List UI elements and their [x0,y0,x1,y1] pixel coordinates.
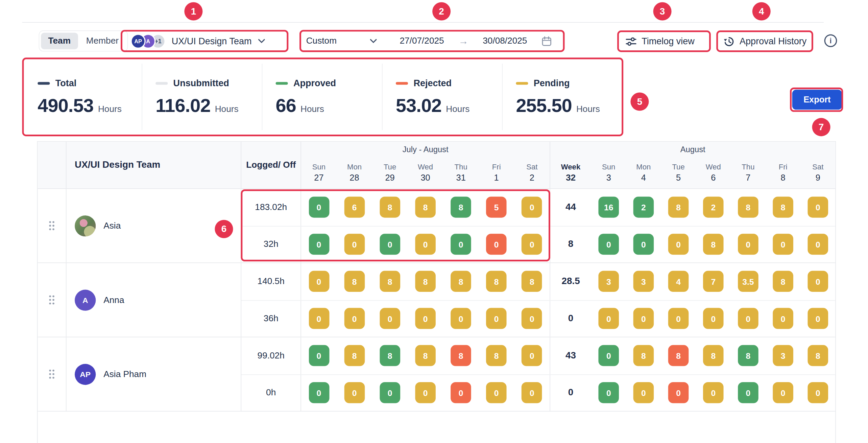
timesheet-cell-approved[interactable]: 0 [309,345,329,366]
timesheet-cell-pending[interactable]: 8 [738,197,758,218]
timesheet-cell-pending[interactable]: 3.5 [738,271,758,292]
date-to-input[interactable]: 30/08/2025 [483,36,527,46]
timesheet-cell-pending[interactable]: 8 [344,271,365,292]
timesheet-cell-pending[interactable]: 8 [415,271,436,292]
timesheet-cell-pending[interactable]: 8 [415,197,436,218]
drag-handle-icon[interactable] [49,295,55,305]
timesheet-cell-approved[interactable]: 0 [380,234,400,255]
timesheet-cell-approved[interactable]: 0 [598,234,619,255]
timesheet-cell-pending[interactable]: 0 [522,382,542,403]
timesheet-cell-pending[interactable]: 0 [598,308,619,329]
date-from-input[interactable]: 27/07/2025 [400,36,444,46]
timesheet-cell-pending[interactable]: 0 [807,197,828,218]
timesheet-cell-approved[interactable]: 0 [738,382,758,403]
cell-slot: 8 [372,189,408,226]
timesheet-cell-pending[interactable]: 0 [522,197,542,218]
timelog-view-button[interactable]: Timelog view [626,32,695,50]
timesheet-cell-pending[interactable]: 6 [344,197,365,218]
timesheet-cell-pending[interactable]: 0 [738,234,758,255]
timesheet-cell-pending[interactable]: 8 [773,197,793,218]
timesheet-cell-pending[interactable]: 0 [738,308,758,329]
timesheet-cell-pending[interactable]: 0 [451,308,471,329]
timesheet-cell-pending[interactable]: 8 [668,197,689,218]
timesheet-cell-pending[interactable]: 8 [380,271,400,292]
timesheet-cell-pending[interactable]: 8 [486,271,507,292]
timesheet-cell-pending[interactable]: 0 [773,234,793,255]
timesheet-cell-approved[interactable]: 0 [451,234,471,255]
timesheet-cell-pending[interactable]: 0 [668,308,689,329]
timesheet-cell-approved[interactable]: 0 [309,382,329,403]
timesheet-cell-pending[interactable]: 8 [703,234,724,255]
info-icon[interactable]: i [824,34,837,47]
timesheet-cell-pending[interactable]: 3 [598,271,619,292]
timesheet-cell-pending[interactable]: 0 [344,382,365,403]
timesheet-cell-pending[interactable]: 8 [344,345,365,366]
timesheet-cell-pending[interactable]: 0 [668,234,689,255]
tab-team[interactable]: Team [41,33,78,49]
timesheet-cell-pending[interactable]: 3 [773,345,793,366]
timesheet-cell-pending[interactable]: 0 [309,308,329,329]
timesheet-cell-pending[interactable]: 0 [807,308,828,329]
timesheet-cell-approved[interactable]: 8 [451,197,471,218]
timesheet-cell-rejected[interactable]: 0 [668,382,689,403]
timesheet-cell-rejected[interactable]: 8 [668,345,689,366]
drag-handle-icon[interactable] [49,369,55,379]
timesheet-cell-pending[interactable]: 0 [380,308,400,329]
timesheet-cell-pending[interactable]: 3 [633,271,654,292]
timesheet-cell-pending[interactable]: 0 [522,308,542,329]
timesheet-cell-pending[interactable]: 8 [633,345,654,366]
timesheet-cell-pending[interactable]: 7 [703,271,724,292]
timesheet-cell-pending[interactable]: 0 [522,345,542,366]
timesheet-cell-approved[interactable]: 0 [598,382,619,403]
timesheet-cell-pending[interactable]: 8 [522,271,542,292]
timesheet-cell-pending[interactable]: 0 [415,308,436,329]
timesheet-cell-pending[interactable]: 0 [486,382,507,403]
annotation-badge-1: 1 [184,2,202,21]
export-button[interactable]: Export [792,90,842,110]
timesheet-cell-rejected[interactable]: 8 [451,345,471,366]
timesheet-cell-rejected[interactable]: 0 [486,234,507,255]
timesheet-cell-pending[interactable]: 8 [773,271,793,292]
approval-history-button[interactable]: Approval History [724,32,807,50]
drag-handle-icon[interactable] [49,221,55,230]
timesheet-cell-approved[interactable]: 0 [598,345,619,366]
timesheet-cell-rejected[interactable]: 5 [486,197,507,218]
timesheet-cell-approved[interactable]: 0 [633,234,654,255]
timesheet-cell-approved[interactable]: 2 [633,197,654,218]
timesheet-cell-approved[interactable]: 0 [380,382,400,403]
timesheet-cell-approved[interactable]: 0 [309,197,329,218]
timesheet-cell-pending[interactable]: 2 [703,197,724,218]
timesheet-cell-pending[interactable]: 0 [522,234,542,255]
timesheet-cell-approved[interactable]: 0 [309,234,329,255]
timesheet-cell-pending[interactable]: 8 [486,345,507,366]
team-selector-dropdown[interactable]: AP A +1 UX/UI Design Team [131,31,265,50]
timesheet-cell-pending[interactable]: 0 [807,271,828,292]
timesheet-cell-pending[interactable]: 0 [773,308,793,329]
timesheet-cell-rejected[interactable]: 0 [451,382,471,403]
date-preset-select[interactable]: Custom [306,31,377,50]
calendar-icon[interactable] [541,36,552,46]
timesheet-cell-pending[interactable]: 0 [773,382,793,403]
timesheet-cell-approved[interactable]: 8 [738,345,758,366]
timesheet-cell-pending[interactable]: 0 [344,308,365,329]
timesheet-cell-pending[interactable]: 0 [415,382,436,403]
timesheet-cell-pending[interactable]: 8 [380,197,400,218]
timesheet-cell-approved[interactable]: 8 [380,345,400,366]
timesheet-cell-pending[interactable]: 0 [344,234,365,255]
timesheet-cell-pending[interactable]: 0 [633,382,654,403]
timesheet-cell-pending[interactable]: 0 [415,234,436,255]
timesheet-cell-pending[interactable]: 8 [451,271,471,292]
timesheet-cell-pending[interactable]: 8 [415,345,436,366]
timesheet-cell-pending[interactable]: 0 [703,382,724,403]
timesheet-cell-pending[interactable]: 0 [807,382,828,403]
timesheet-cell-pending[interactable]: 8 [807,345,828,366]
timesheet-cell-pending[interactable]: 0 [807,234,828,255]
timesheet-cell-pending[interactable]: 0 [633,308,654,329]
timesheet-cell-pending[interactable]: 0 [703,308,724,329]
tab-member[interactable]: Member [79,33,126,49]
timesheet-cell-approved[interactable]: 16 [598,197,619,218]
timesheet-cell-pending[interactable]: 0 [309,271,329,292]
timesheet-cell-pending[interactable]: 0 [486,308,507,329]
timesheet-cell-pending[interactable]: 4 [668,271,689,292]
timesheet-cell-pending[interactable]: 8 [703,345,724,366]
